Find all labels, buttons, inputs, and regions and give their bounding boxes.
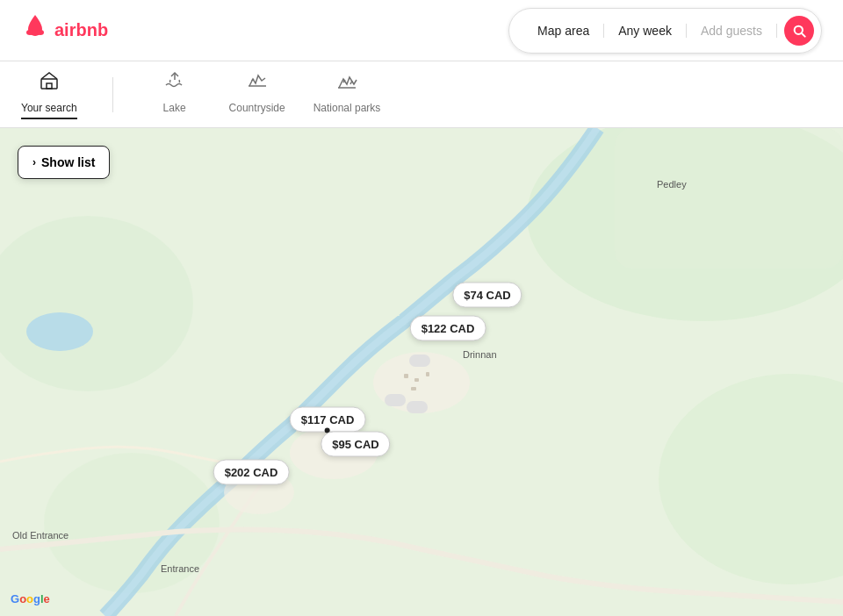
- national-parks-icon: [336, 70, 357, 97]
- logo[interactable]: airbnb: [21, 13, 108, 47]
- google-logo: Google: [11, 592, 50, 605]
- map-background: [0, 128, 843, 616]
- svg-rect-21: [615, 128, 843, 269]
- tab-national-parks-label: National parks: [313, 102, 381, 114]
- small-pin-2[interactable]: [385, 394, 406, 406]
- tab-lake-label: Lake: [163, 102, 186, 114]
- svg-rect-5: [47, 83, 52, 89]
- tab-divider: [112, 77, 113, 112]
- price-pin-74[interactable]: $74 CAD: [452, 283, 522, 308]
- svg-rect-17: [404, 374, 408, 378]
- small-pin-3[interactable]: [407, 401, 428, 413]
- show-list-label: Show list: [41, 155, 95, 169]
- svg-point-0: [26, 30, 33, 35]
- tab-national-parks[interactable]: National parks: [313, 70, 381, 119]
- svg-line-3: [802, 33, 805, 37]
- show-list-button[interactable]: › Show list: [18, 146, 110, 179]
- small-pin-1[interactable]: [409, 355, 430, 367]
- tab-lake[interactable]: Lake: [148, 70, 201, 119]
- dates-input[interactable]: Any week: [604, 24, 687, 38]
- tab-your-search[interactable]: Your search: [21, 70, 77, 119]
- svg-rect-19: [426, 372, 429, 376]
- header: airbnb Map area Any week Add guests: [0, 0, 843, 61]
- svg-rect-18: [414, 378, 419, 382]
- tab-your-search-label: Your search: [21, 102, 77, 114]
- svg-rect-20: [411, 387, 416, 390]
- guests-input[interactable]: Add guests: [687, 24, 777, 38]
- svg-point-13: [26, 312, 93, 351]
- price-pin-202[interactable]: $202 CAD: [213, 460, 290, 485]
- your-search-icon: [39, 70, 60, 97]
- chevron-right-icon: ›: [32, 156, 36, 168]
- price-pin-122[interactable]: $122 CAD: [410, 316, 486, 341]
- tab-countryside-label: Countryside: [229, 102, 285, 114]
- airbnb-icon: [21, 13, 49, 47]
- price-pin-95[interactable]: $95 CAD: [321, 432, 390, 457]
- search-bar: Map area Any week Add guests: [508, 8, 822, 54]
- tab-countryside[interactable]: Countryside: [229, 70, 285, 119]
- search-button[interactable]: [784, 16, 814, 46]
- price-pin-117[interactable]: $117 CAD: [290, 407, 366, 433]
- lake-icon: [164, 70, 185, 97]
- logo-text: airbnb: [54, 20, 108, 40]
- location-input[interactable]: Map area: [523, 24, 604, 38]
- map-container[interactable]: Pedley Drinnan Old Entrance Entrance › S…: [0, 128, 843, 616]
- svg-point-1: [37, 30, 44, 35]
- nav-tabs: Your search Lake Countryside: [0, 61, 843, 128]
- countryside-icon: [247, 70, 268, 97]
